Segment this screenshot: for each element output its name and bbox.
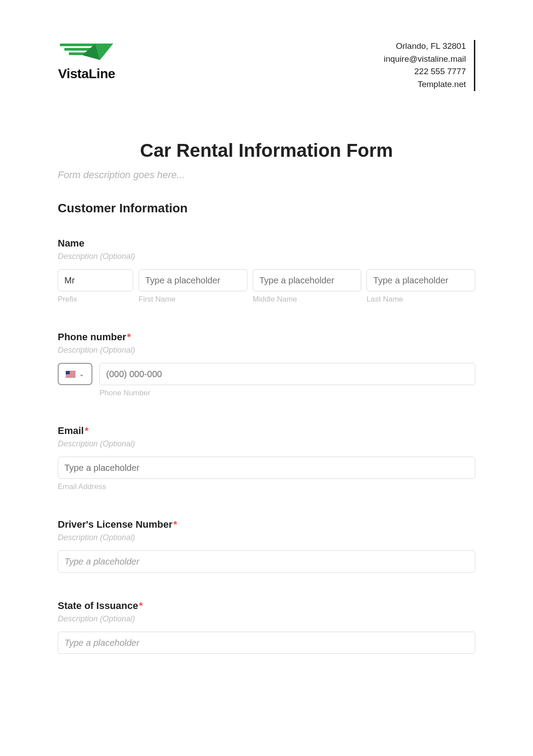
last-name-sublabel: Last Name — [366, 295, 475, 304]
brand-logo-icon — [58, 40, 115, 64]
email-label-text: Email — [58, 425, 84, 436]
country-code-select[interactable]: ⌄ — [58, 363, 92, 385]
phone-label: Phone number* — [58, 331, 475, 343]
prefix-sublabel: Prefix — [58, 295, 133, 304]
section-title: Customer Information — [58, 201, 475, 215]
required-mark: * — [139, 600, 143, 611]
address-line: inquire@vistaline.mail — [384, 53, 466, 66]
license-input[interactable] — [58, 550, 475, 573]
email-description[interactable]: Description (Optional) — [58, 439, 475, 449]
required-mark: * — [85, 425, 89, 436]
state-label-text: State of Issuance — [58, 600, 138, 611]
state-input[interactable] — [58, 632, 475, 654]
email-label: Email* — [58, 425, 475, 437]
svg-rect-10 — [66, 375, 76, 376]
name-description[interactable]: Description (Optional) — [58, 252, 475, 261]
address-line: 222 555 7777 — [384, 65, 466, 78]
email-input[interactable] — [58, 457, 475, 479]
address-line: Template.net — [384, 78, 466, 91]
first-name-input[interactable] — [139, 269, 247, 291]
address-text: Orlando, FL 32801 inquire@vistaline.mail… — [384, 40, 474, 91]
middle-name-input[interactable] — [253, 269, 362, 291]
middle-name-sublabel: Middle Name — [253, 295, 362, 304]
address-line: Orlando, FL 32801 — [384, 40, 466, 53]
brand-block: VistaLine — [58, 40, 115, 81]
svg-rect-9 — [66, 374, 76, 375]
us-flag-icon — [66, 371, 76, 378]
name-field-group: Name Description (Optional) Prefix First… — [58, 238, 475, 304]
license-label: Driver's License Number* — [58, 519, 475, 530]
email-sublabel: Email Address — [58, 482, 475, 491]
state-field-group: State of Issuance* Description (Optional… — [58, 600, 475, 654]
required-mark: * — [173, 519, 177, 530]
last-name-input[interactable] — [366, 269, 475, 291]
svg-rect-11 — [66, 376, 76, 377]
form-title: Car Rental Information Form — [58, 140, 475, 161]
state-description[interactable]: Description (Optional) — [58, 614, 475, 624]
phone-description[interactable]: Description (Optional) — [58, 346, 475, 355]
page-header: VistaLine Orlando, FL 32801 inquire@vist… — [58, 40, 475, 91]
state-label: State of Issuance* — [58, 600, 475, 612]
prefix-input[interactable] — [58, 269, 133, 291]
email-field-group: Email* Description (Optional) Email Addr… — [58, 425, 475, 491]
address-divider — [474, 40, 475, 91]
license-label-text: Driver's License Number — [58, 519, 172, 530]
required-mark: * — [127, 331, 131, 342]
first-name-sublabel: First Name — [139, 295, 247, 304]
phone-input[interactable] — [99, 363, 475, 385]
chevron-down-icon: ⌄ — [79, 370, 84, 378]
phone-field-group: Phone number* Description (Optional) ⌄ — [58, 331, 475, 398]
form-description[interactable]: Form description goes here... — [58, 169, 475, 181]
address-block: Orlando, FL 32801 inquire@vistaline.mail… — [384, 40, 475, 91]
svg-rect-12 — [66, 371, 70, 374]
svg-rect-0 — [60, 44, 95, 46]
brand-name: VistaLine — [58, 66, 115, 81]
phone-sublabel: Phone Number — [99, 389, 475, 398]
name-label: Name — [58, 238, 475, 249]
license-field-group: Driver's License Number* Description (Op… — [58, 519, 475, 573]
phone-label-text: Phone number — [58, 331, 126, 342]
license-description[interactable]: Description (Optional) — [58, 533, 475, 542]
